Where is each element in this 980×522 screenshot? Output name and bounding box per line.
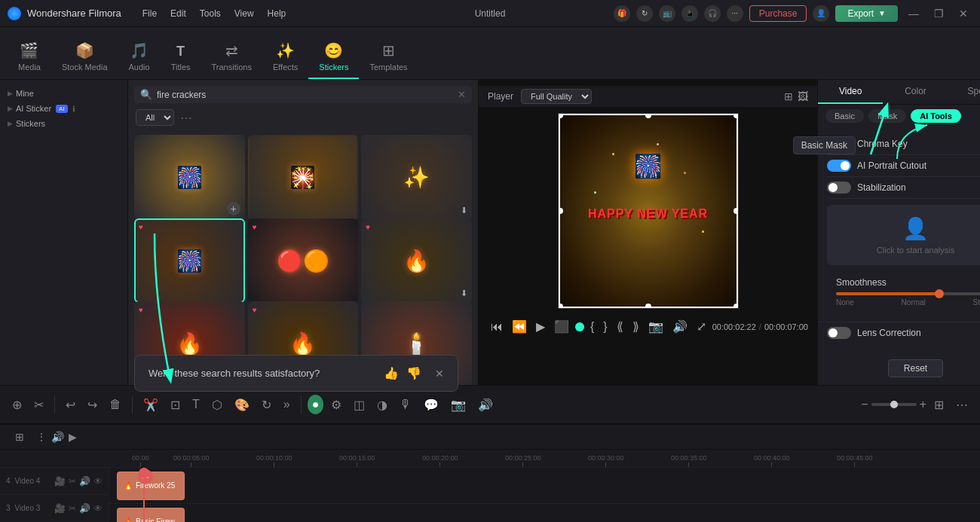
search-input[interactable] — [157, 90, 453, 100]
gift-icon[interactable]: 🎁 — [614, 5, 630, 22]
delete-button[interactable]: 🗑 — [105, 395, 126, 414]
sidebar-item-ai-sticker[interactable]: ▶ AI Sticker AI ℹ — [0, 101, 127, 116]
audio-button[interactable]: 🔊 — [669, 318, 691, 335]
tab-media[interactable]: 🎬 Media — [8, 35, 51, 79]
pip-button[interactable]: ◫ — [349, 395, 369, 415]
frame-back-button[interactable]: ⏪ — [509, 318, 530, 335]
tab-stock-media[interactable]: 📦 Stock Media — [51, 35, 118, 79]
playhead[interactable] — [143, 468, 145, 522]
maximize-button[interactable]: ❐ — [929, 8, 948, 20]
menu-file[interactable]: File — [142, 8, 157, 19]
thumbs-down-button[interactable]: 👎 — [406, 366, 421, 380]
grid-view-icon[interactable]: ⊞ — [784, 90, 793, 102]
settings-button[interactable]: ⚙ — [326, 395, 346, 415]
camera-button[interactable]: 📷 — [446, 395, 470, 415]
snapshot-btn[interactable]: 📷 — [645, 318, 666, 335]
thumbs-up-button[interactable]: 👍 — [384, 366, 399, 380]
sticker-item-1[interactable]: 🎆 + — [134, 135, 245, 220]
text-button[interactable]: T — [188, 395, 204, 414]
crop-button[interactable]: ⊡ — [166, 395, 185, 415]
sidebar-item-stickers[interactable]: ▶ Stickers — [0, 116, 127, 131]
sticker-item-5[interactable]: ♥ 🔴🟠 — [248, 218, 359, 304]
tab-color[interactable]: Color — [883, 80, 948, 104]
sticker-item-2[interactable]: 🎇 — [248, 135, 359, 220]
tab-speed[interactable]: Speed — [948, 80, 980, 104]
lens-correction-toggle[interactable] — [827, 327, 851, 339]
color-btn[interactable]: 🎨 — [230, 395, 254, 415]
ai-portrait-toggle[interactable] — [827, 160, 851, 172]
sticker-item-3[interactable]: ✨ ⬇ — [361, 135, 472, 220]
tab-titles[interactable]: T Titles — [161, 38, 201, 79]
smoothness-thumb[interactable] — [935, 289, 944, 298]
fullscreen-button[interactable]: ⤢ — [694, 318, 709, 335]
zoom-thumb[interactable] — [890, 401, 898, 408]
sub-tab-ai-tools[interactable]: AI Tools — [911, 109, 961, 123]
reset-button[interactable]: Reset — [888, 359, 943, 377]
screen-icon[interactable]: 📺 — [659, 5, 675, 22]
zoom-slider[interactable] — [871, 403, 917, 406]
snip-button[interactable]: ✂ — [29, 395, 48, 415]
redo-button[interactable]: ↪ — [83, 395, 102, 415]
tab-video[interactable]: Video — [818, 80, 883, 104]
snapshot-icon[interactable]: 🖼 — [798, 90, 808, 102]
playhead-head[interactable] — [139, 468, 149, 478]
sub-tab-mask[interactable]: Mask — [868, 109, 906, 123]
grid-layout-button[interactable]: ⊞ — [929, 395, 948, 415]
track-3-eye-icon[interactable]: 👁 — [93, 503, 103, 514]
track-4-camera-icon[interactable]: 🎥 — [54, 476, 66, 487]
menu-tools[interactable]: Tools — [200, 8, 221, 19]
sidebar-item-mine[interactable]: ▶ Mine — [0, 86, 127, 101]
sticker-item-6[interactable]: ♥ 🔥 ⬇ — [361, 218, 472, 304]
clip-basic-firework[interactable]: 🔥 Basic Firew... — [117, 508, 185, 523]
mark-out-button[interactable]: } — [600, 319, 610, 335]
tab-audio[interactable]: 🎵 Audio — [118, 35, 161, 79]
analysis-box[interactable]: 👤 Click to start analysis — [827, 205, 980, 265]
menu-edit[interactable]: Edit — [170, 8, 186, 19]
track-3-camera-icon[interactable]: 🎥 — [54, 503, 66, 514]
tab-effects[interactable]: ✨ Effects — [262, 35, 308, 79]
phone-icon[interactable]: 📱 — [681, 5, 698, 22]
timeline-grid-button[interactable]: ⊞ — [8, 428, 32, 446]
cut-button[interactable]: ✂️ — [139, 395, 163, 415]
minimize-button[interactable]: — — [904, 8, 923, 20]
tab-templates[interactable]: ⊞ Templates — [359, 35, 418, 79]
transform-button[interactable]: ⬡ — [207, 395, 227, 415]
play-button[interactable]: ▶ — [533, 318, 548, 335]
track-4-cut-icon[interactable]: ✂ — [69, 476, 76, 487]
track-4-audio-icon[interactable]: 🔊 — [79, 476, 90, 487]
timeline-split-button[interactable]: ⋮ — [36, 431, 47, 443]
dots-icon[interactable]: ··· — [727, 5, 743, 22]
prev-clip-button[interactable]: ⟪ — [614, 318, 626, 335]
smoothness-slider[interactable] — [836, 292, 980, 295]
skip-back-button[interactable]: ⏮ — [488, 319, 506, 335]
quality-select[interactable]: Full Quality — [521, 89, 592, 104]
stabilization-toggle[interactable] — [827, 182, 851, 194]
export-button[interactable]: Export ▼ — [835, 5, 898, 22]
progress-thumb[interactable] — [575, 322, 584, 331]
record-button[interactable]: ● — [308, 395, 324, 414]
tab-transitions[interactable]: ⇄ Transitions — [201, 35, 262, 79]
add-sticker-icon-1[interactable]: + — [227, 202, 240, 215]
track-4-eye-icon[interactable]: 👁 — [93, 476, 103, 487]
sub-tab-basic[interactable]: Basic — [825, 109, 864, 123]
tab-stickers[interactable]: 😊 Stickers — [308, 35, 359, 79]
filter-select[interactable]: All — [136, 109, 174, 126]
rotate-button[interactable]: ↻ — [257, 395, 276, 415]
clear-search-button[interactable]: ✕ — [458, 89, 466, 100]
update-icon[interactable]: ↻ — [636, 5, 653, 22]
multiselect-button[interactable]: ⊕ — [8, 395, 26, 415]
zoom-minus-button[interactable]: − — [861, 398, 868, 411]
menu-help[interactable]: Help — [268, 8, 286, 19]
zoom-plus-button[interactable]: + — [920, 398, 926, 411]
stop-button[interactable]: ⬛ — [551, 318, 572, 335]
more-options-icon[interactable]: ⋯ — [180, 111, 192, 125]
next-clip-button[interactable]: ⟫ — [629, 318, 642, 335]
feedback-close-button[interactable]: ✕ — [435, 368, 444, 380]
audio-mix-button[interactable]: 🔊 — [473, 395, 498, 415]
close-button[interactable]: ✕ — [954, 8, 972, 20]
mic-button[interactable]: 🎙 — [395, 395, 416, 414]
more-tools-button[interactable]: » — [279, 395, 295, 414]
headset-icon[interactable]: 🎧 — [704, 5, 721, 22]
timeline-audio-button[interactable]: 🔊 — [51, 431, 64, 443]
avatar-icon[interactable]: 👤 — [813, 5, 829, 22]
